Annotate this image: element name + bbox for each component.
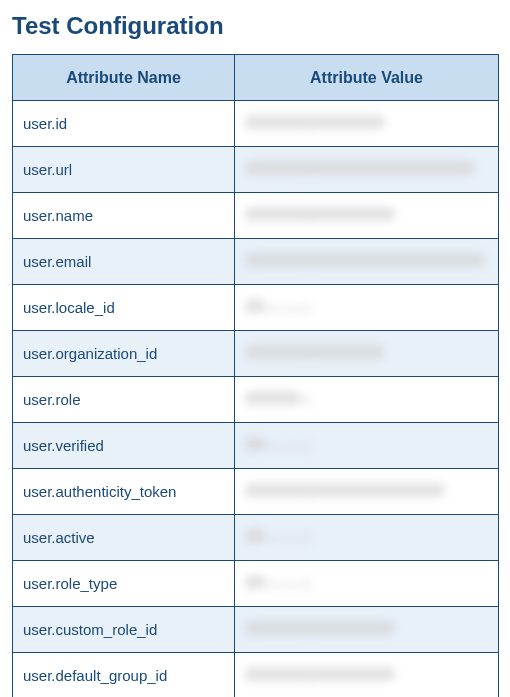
table-row: user.locale_id[redacted] — [13, 285, 499, 331]
attr-name-cell: user.role — [13, 377, 235, 423]
attr-name-cell: user.locale_id — [13, 285, 235, 331]
table-row: user.verified[redacted] — [13, 423, 499, 469]
attr-name-cell: user.authenticity_token — [13, 469, 235, 515]
redacted-value: [redacted] — [245, 437, 265, 451]
attr-value-cell: [redacted] — [235, 515, 499, 561]
attr-value-cell: [redacted] — [235, 239, 499, 285]
table-row: user.role_type[redacted] — [13, 561, 499, 607]
attr-name-cell: user.active — [13, 515, 235, 561]
redacted-value: [redacted] — [245, 207, 395, 221]
redacted-value: [redacted] — [245, 391, 300, 405]
attr-name-cell: user.email — [13, 239, 235, 285]
attr-value-cell: [redacted] — [235, 193, 499, 239]
redacted-value: [redacted] — [245, 299, 265, 313]
table-row: user.role[redacted] — [13, 377, 499, 423]
table-row: user.url[redacted] — [13, 147, 499, 193]
attr-name-cell: user.id — [13, 101, 235, 147]
attr-value-cell: [redacted] — [235, 607, 499, 653]
attr-value-cell: [redacted] — [235, 377, 499, 423]
table-row: user.id[redacted] — [13, 101, 499, 147]
attributes-table: Attribute Name Attribute Value user.id[r… — [12, 54, 499, 697]
attr-value-cell: [redacted] — [235, 653, 499, 698]
table-row: user.organization_id[redacted] — [13, 331, 499, 377]
attr-value-cell: [redacted] — [235, 331, 499, 377]
redacted-value: [redacted] — [245, 529, 265, 543]
redacted-value: [redacted] — [245, 115, 385, 129]
redacted-value: [redacted] — [245, 621, 395, 635]
attr-name-cell: user.custom_role_id — [13, 607, 235, 653]
attr-name-cell: user.default_group_id — [13, 653, 235, 698]
attr-name-cell: user.organization_id — [13, 331, 235, 377]
attr-value-cell: [redacted] — [235, 423, 499, 469]
table-row: user.email[redacted] — [13, 239, 499, 285]
redacted-value: [redacted] — [245, 667, 395, 681]
attr-value-cell: [redacted] — [235, 147, 499, 193]
attr-name-cell: user.name — [13, 193, 235, 239]
table-row: user.authenticity_token[redacted] — [13, 469, 499, 515]
redacted-value: [redacted] — [245, 483, 445, 497]
attr-name-cell: user.url — [13, 147, 235, 193]
redacted-value: [redacted] — [245, 253, 485, 267]
redacted-value: [redacted] — [245, 345, 385, 359]
redacted-value: [redacted] — [245, 161, 475, 175]
attr-value-cell: [redacted] — [235, 285, 499, 331]
table-row: user.default_group_id[redacted] — [13, 653, 499, 698]
attr-name-cell: user.role_type — [13, 561, 235, 607]
col-header-value: Attribute Value — [235, 55, 499, 101]
attr-name-cell: user.verified — [13, 423, 235, 469]
page-title: Test Configuration — [12, 12, 498, 40]
redacted-value: [redacted] — [245, 575, 265, 589]
attr-value-cell: [redacted] — [235, 561, 499, 607]
attr-value-cell: [redacted] — [235, 101, 499, 147]
table-row: user.active[redacted] — [13, 515, 499, 561]
table-row: user.name[redacted] — [13, 193, 499, 239]
col-header-name: Attribute Name — [13, 55, 235, 101]
attr-value-cell: [redacted] — [235, 469, 499, 515]
table-row: user.custom_role_id[redacted] — [13, 607, 499, 653]
